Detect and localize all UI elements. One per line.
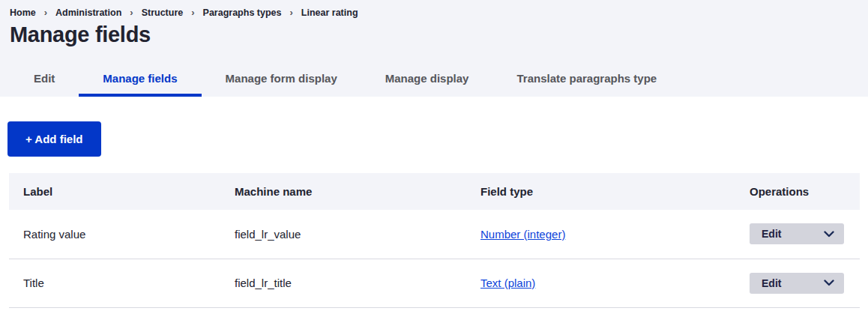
breadcrumb-separator: › <box>183 7 202 18</box>
column-header-field-type: Field type <box>466 173 735 210</box>
primary-tabs: Edit Manage fields Manage form display M… <box>10 62 681 97</box>
table-header-row: Label Machine name Field type Operations <box>9 173 860 210</box>
chevron-down-icon <box>824 280 834 286</box>
chevron-down-icon <box>824 231 834 238</box>
field-label: Title <box>9 259 220 307</box>
table-row-rating-value: Rating value field_lr_value Number (inte… <box>9 210 860 259</box>
operations-edit-dropdown[interactable]: Edit <box>750 223 844 244</box>
fields-table: Label Machine name Field type Operations… <box>9 173 860 308</box>
column-header-operations: Operations <box>735 173 860 210</box>
add-field-button[interactable]: + Add field <box>7 121 101 157</box>
field-machine-name: field_lr_value <box>220 210 466 259</box>
column-header-machine-name: Machine name <box>220 173 466 210</box>
breadcrumb-separator: › <box>121 7 141 18</box>
operations-edit-label: Edit <box>762 228 781 240</box>
breadcrumb-item-linear-rating[interactable]: Linear rating <box>301 7 358 18</box>
tab-manage-fields[interactable]: Manage fields <box>79 62 201 97</box>
page-header: Home › Administration › Structure › Para… <box>0 0 868 97</box>
breadcrumb: Home › Administration › Structure › Para… <box>10 7 856 18</box>
column-header-label: Label <box>9 173 220 210</box>
breadcrumb-item-administration[interactable]: Administration <box>55 7 121 18</box>
breadcrumb-item-paragraphs-types[interactable]: Paragraphs types <box>203 7 282 18</box>
breadcrumb-item-home[interactable]: Home <box>10 7 36 18</box>
field-machine-name: field_lr_title <box>220 259 466 307</box>
breadcrumb-separator: › <box>281 7 301 18</box>
breadcrumb-item-structure[interactable]: Structure <box>142 7 184 18</box>
operations-edit-dropdown[interactable]: Edit <box>750 273 844 294</box>
field-type-link[interactable]: Number (integer) <box>480 228 565 241</box>
operations-edit-label: Edit <box>762 277 781 289</box>
breadcrumb-separator: › <box>36 7 55 18</box>
tab-manage-display[interactable]: Manage display <box>361 62 493 97</box>
tab-edit[interactable]: Edit <box>10 62 79 97</box>
page-title: Manage fields <box>10 22 856 47</box>
tab-translate-paragraphs-type[interactable]: Translate paragraphs type <box>492 62 681 97</box>
table-row-title: Title field_lr_title Text (plain) Edit <box>9 259 860 307</box>
tab-manage-form-display[interactable]: Manage form display <box>202 62 361 97</box>
field-type-link[interactable]: Text (plain) <box>480 277 535 289</box>
field-label: Rating value <box>9 210 220 259</box>
